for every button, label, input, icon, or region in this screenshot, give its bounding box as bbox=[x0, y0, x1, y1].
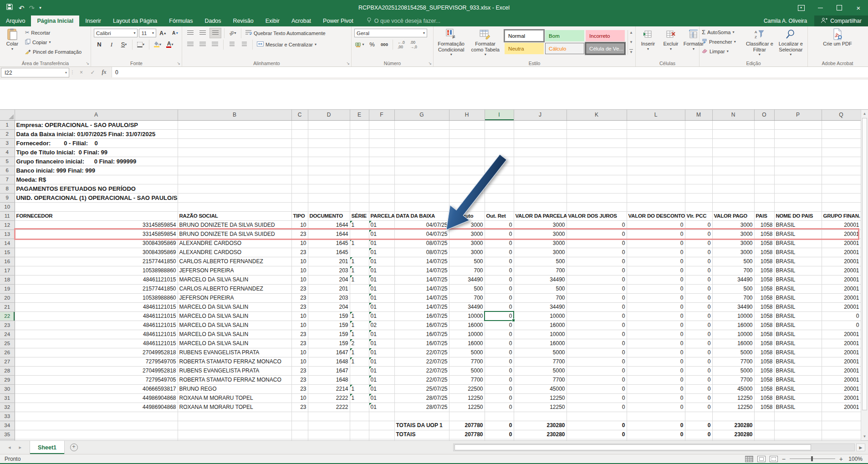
cell-H4[interactable] bbox=[449, 148, 485, 157]
cell-A22[interactable]: 48461121015 bbox=[15, 311, 178, 321]
row-header-36[interactable]: 36 bbox=[0, 439, 15, 440]
cell-F27[interactable]: 01 bbox=[369, 357, 394, 366]
cell-H32[interactable]: 12250 bbox=[449, 403, 485, 412]
cell-J9[interactable] bbox=[514, 193, 567, 202]
fill-color-icon[interactable]: ▾ bbox=[152, 40, 163, 49]
cell-A27[interactable]: 7279549705 bbox=[15, 357, 178, 366]
cell-J20[interactable]: 700 bbox=[514, 293, 567, 302]
cell-F36[interactable] bbox=[369, 439, 394, 440]
cell-F25[interactable]: 01 bbox=[369, 339, 394, 348]
cell-C7[interactable] bbox=[291, 175, 308, 184]
cell-F21[interactable]: 01 bbox=[369, 302, 394, 311]
row-header-7[interactable]: 7 bbox=[0, 175, 15, 184]
cell-M16[interactable]: 0 bbox=[685, 257, 712, 266]
cell-H24[interactable]: 10000 bbox=[449, 330, 485, 339]
align-middle-icon[interactable] bbox=[197, 28, 208, 38]
row-header-32[interactable]: 32 bbox=[0, 403, 15, 412]
cell-K24[interactable]: 0 bbox=[567, 330, 627, 339]
cell-M26[interactable]: 0 bbox=[685, 348, 712, 357]
row-header-27[interactable]: 27 bbox=[0, 357, 15, 366]
cell-N3[interactable] bbox=[712, 138, 754, 148]
cell-E5[interactable] bbox=[350, 157, 369, 166]
cell-F19[interactable]: 01 bbox=[369, 284, 394, 293]
cell-K2[interactable] bbox=[567, 129, 627, 138]
cell-E12[interactable]: 1 bbox=[350, 220, 369, 229]
cell-P16[interactable]: BRASIL bbox=[774, 257, 822, 266]
cell-O5[interactable] bbox=[754, 157, 774, 166]
cell-H25[interactable]: 16000 bbox=[449, 339, 485, 348]
sort-filter-button[interactable]: AZ Classificar e Filtrar ▾ bbox=[744, 27, 775, 57]
cell-E3[interactable] bbox=[350, 138, 369, 148]
cell-I15[interactable]: 0 bbox=[485, 248, 514, 257]
cell-I23[interactable]: 0 bbox=[485, 321, 514, 330]
font-color-icon[interactable]: A▾ bbox=[164, 40, 175, 49]
cell-H35[interactable]: 207780 bbox=[449, 430, 485, 439]
row-header-9[interactable]: 9 bbox=[0, 193, 15, 202]
cell-P23[interactable]: BRASIL bbox=[774, 321, 822, 330]
cell-G26[interactable]: 22/07/25 bbox=[394, 348, 449, 357]
cell-Q27[interactable]: 20001 bbox=[822, 357, 861, 366]
cell-L14[interactable]: 0 bbox=[627, 239, 685, 248]
cell-M19[interactable]: 0 bbox=[685, 284, 712, 293]
tab-revisão[interactable]: Revisão bbox=[227, 15, 260, 26]
cell-H7[interactable] bbox=[449, 175, 485, 184]
cell-G7[interactable] bbox=[394, 175, 449, 184]
cell-A6[interactable]: Banco inicial: 999 Final: 999 bbox=[15, 166, 178, 175]
cell-F22[interactable]: 01 bbox=[369, 311, 394, 321]
tab-acrobat[interactable]: Acrobat bbox=[286, 15, 317, 26]
cell-B34[interactable] bbox=[178, 421, 291, 430]
cell-I2[interactable] bbox=[485, 129, 514, 138]
cell-E26[interactable]: 1 bbox=[350, 348, 369, 357]
cell-N34[interactable]: 230280 bbox=[712, 421, 754, 430]
cell-F8[interactable] bbox=[369, 184, 394, 193]
cell-A24[interactable]: 48461121015 bbox=[15, 330, 178, 339]
cell-J16[interactable]: 500 bbox=[514, 257, 567, 266]
cell-G1[interactable] bbox=[394, 120, 449, 129]
cell-B11[interactable]: RAZÃO SOCIAL bbox=[178, 211, 291, 220]
cell-I7[interactable] bbox=[485, 175, 514, 184]
cell-Q28[interactable]: 20001 bbox=[822, 366, 861, 375]
cell-C4[interactable] bbox=[291, 148, 308, 157]
cell-C33[interactable] bbox=[291, 412, 308, 421]
cell-H15[interactable]: 3000 bbox=[449, 248, 485, 257]
cell-P9[interactable] bbox=[774, 193, 822, 202]
cell-B22[interactable]: MARCELO DA SILVA SALIN bbox=[178, 311, 291, 321]
cell-G14[interactable]: 08/07/25 bbox=[394, 239, 449, 248]
cell-Q31[interactable]: 20001 bbox=[822, 393, 861, 403]
cell-A28[interactable]: 27049952818 bbox=[15, 366, 178, 375]
cell-D18[interactable]: 204 bbox=[308, 275, 350, 284]
cell-P33[interactable] bbox=[774, 412, 822, 421]
cell-A15[interactable]: 30084395869 bbox=[15, 248, 178, 257]
undo-icon[interactable]: ↶▾ bbox=[19, 5, 23, 11]
cell-E35[interactable] bbox=[350, 430, 369, 439]
cell-G30[interactable]: 25/07/25 bbox=[394, 384, 449, 393]
cell-Q16[interactable]: 20001 bbox=[822, 257, 861, 266]
cell-P8[interactable] bbox=[774, 184, 822, 193]
cell-J32[interactable]: 12250 bbox=[514, 403, 567, 412]
row-header-1[interactable]: 1 bbox=[0, 120, 15, 129]
cell-E19[interactable] bbox=[350, 284, 369, 293]
cell-F16[interactable]: 01 bbox=[369, 257, 394, 266]
bold-button[interactable]: N bbox=[94, 40, 105, 49]
cell-C22[interactable]: 10 bbox=[291, 311, 308, 321]
cell-B1[interactable] bbox=[178, 120, 291, 129]
cell-Q15[interactable]: 20001 bbox=[822, 248, 861, 257]
cell-M12[interactable]: 0 bbox=[685, 220, 712, 229]
cell-N12[interactable]: 3000 bbox=[712, 220, 754, 229]
cell-J3[interactable] bbox=[514, 138, 567, 148]
cell-J8[interactable] bbox=[514, 184, 567, 193]
cell-F34[interactable] bbox=[369, 421, 394, 430]
cell-P28[interactable]: BRASIL bbox=[774, 366, 822, 375]
cell-O8[interactable] bbox=[754, 184, 774, 193]
cell-K1[interactable] bbox=[567, 120, 627, 129]
cell-A7[interactable]: Moeda: R$ bbox=[15, 175, 178, 184]
cell-G5[interactable] bbox=[394, 157, 449, 166]
cell-F28[interactable]: 01 bbox=[369, 366, 394, 375]
align-right-icon[interactable] bbox=[209, 40, 220, 49]
cell-N30[interactable]: 45000 bbox=[712, 384, 754, 393]
cell-K15[interactable]: 0 bbox=[567, 248, 627, 257]
cell-C16[interactable]: 10 bbox=[291, 257, 308, 266]
column-header-M[interactable]: M bbox=[685, 110, 712, 120]
cell-P15[interactable]: BRASIL bbox=[774, 248, 822, 257]
cell-P10[interactable] bbox=[774, 202, 822, 211]
